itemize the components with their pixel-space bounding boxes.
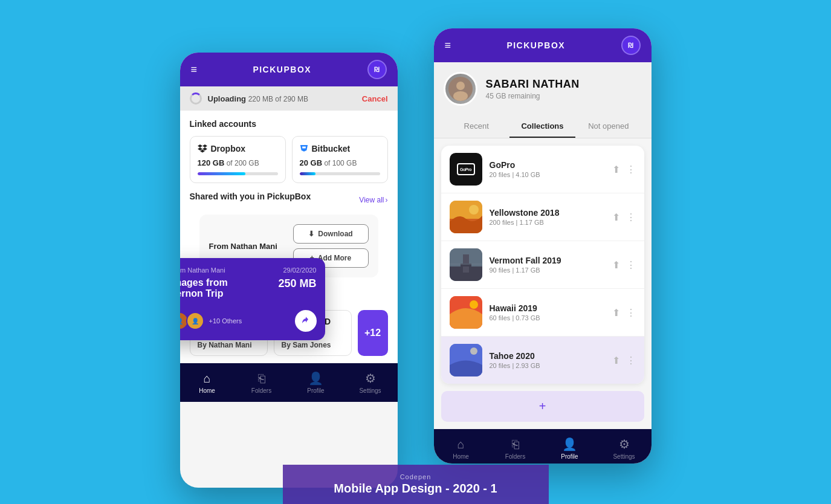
codepen-overlay: Codepen Mobile App Design - 2020 - 1 — [283, 465, 549, 504]
profile-storage: 45 GB remaining — [486, 92, 642, 100]
cannon-folder-owner: By Sam Jones — [282, 341, 344, 349]
right-app-title: PICKUPBOX — [506, 40, 565, 50]
right-profile-icon: 👤 — [562, 437, 577, 451]
shared-card-meta: From Nathan Mani 29/02/2020 — [180, 267, 317, 274]
right-phone: ≡ PICKUPBOX ₪ SABARI NATHAN 45 GB remain… — [434, 28, 652, 464]
yellowstone-meta: 200 files | 1.17 GB — [490, 219, 605, 226]
upload-bar: Uploading 220 MB of 290 MB Cancel — [180, 86, 398, 111]
vermont-actions: ⬆ ⋮ — [612, 259, 636, 271]
bitbucket-progress-bar — [300, 172, 380, 175]
dropbox-progress-bar — [198, 172, 278, 175]
bitbucket-account-card[interactable]: Bitbucket 20 GB of 100 GB — [292, 136, 388, 183]
hawaii-meta: 60 files | 0.73 GB — [490, 314, 605, 321]
gopro-collection-meta: 20 files | 4.10 GB — [490, 171, 605, 178]
hawaii-image — [450, 296, 482, 329]
left-header-avatar[interactable]: ₪ — [367, 60, 387, 79]
shared-date: 29/02/2020 — [283, 267, 316, 274]
vermont-image — [450, 248, 482, 281]
profile-icon: 👤 — [308, 371, 323, 386]
dropbox-name: Dropbox — [198, 144, 278, 153]
more-icon-yellowstone[interactable]: ⋮ — [626, 212, 636, 223]
tab-recent[interactable]: Recent — [444, 115, 509, 138]
hawaii-thumb — [450, 296, 482, 329]
nav-profile[interactable]: 👤 Profile — [289, 363, 343, 402]
vermont-thumb — [450, 248, 482, 281]
hamburger-icon[interactable]: ≡ — [191, 63, 198, 76]
svg-point-5 — [469, 205, 479, 215]
tab-collections[interactable]: Collections — [509, 115, 575, 138]
bitbucket-storage: 20 GB of 100 GB — [300, 158, 380, 167]
share-icon-hawaii[interactable]: ⬆ — [612, 307, 620, 318]
more-icon-gopro[interactable]: ⋮ — [626, 164, 636, 175]
nav-folders[interactable]: ⎗ Folders — [234, 363, 289, 402]
dropbox-logo-icon — [198, 144, 207, 153]
svg-point-1 — [456, 82, 465, 90]
profile-avatar — [444, 72, 477, 106]
codepen-label: Codepen — [319, 473, 513, 480]
others-label: +10 Others — [209, 317, 242, 325]
collection-item-tahoe: Tahoe 2020 20 files | 2.93 GB ⬆ ⋮ — [441, 337, 644, 384]
shared-section-header: Shared with you in PickupBox View all › — [190, 192, 388, 208]
right-nav-settings[interactable]: ⚙ Settings — [597, 429, 652, 464]
svg-rect-14 — [450, 344, 482, 376]
nav-home[interactable]: ⌂ Home — [180, 363, 234, 402]
profile-section: SABARI NATHAN 45 GB remaining — [434, 62, 652, 115]
right-nav-home[interactable]: ⌂ Home — [434, 429, 488, 464]
right-home-icon: ⌂ — [457, 438, 464, 451]
dropbox-storage: 120 GB of 200 GB — [198, 158, 278, 167]
linked-accounts-title: Linked accounts — [190, 119, 388, 129]
hawaii-actions: ⬆ ⋮ — [612, 307, 636, 318]
svg-point-15 — [470, 347, 477, 355]
add-collection-button[interactable]: + — [441, 391, 644, 422]
yellowstone-thumb — [450, 201, 482, 233]
right-hamburger-icon[interactable]: ≡ — [445, 39, 451, 52]
yellowstone-actions: ⬆ ⋮ — [612, 212, 636, 223]
collection-item-gopro: GoPro GoPro 20 files | 4.10 GB ⬆ ⋮ — [441, 146, 644, 193]
avatar-2: 👤 — [186, 312, 204, 330]
forward-icon — [301, 316, 311, 326]
more-icon-hawaii[interactable]: ⋮ — [626, 307, 636, 318]
share-icon-tahoe[interactable]: ⬆ — [612, 355, 620, 366]
bitbucket-logo-icon — [300, 144, 308, 153]
share-icon-gopro[interactable]: ⬆ — [612, 164, 620, 175]
tahoe-actions: ⬆ ⋮ — [612, 355, 636, 366]
right-nav-folders[interactable]: ⎗ Folders — [488, 429, 543, 464]
folders-icon: ⎗ — [258, 372, 265, 386]
shared-card-overlay: From Nathan Mani 29/02/2020 Images fromV… — [180, 258, 325, 340]
more-folders-button[interactable]: +12 — [358, 310, 388, 356]
shared-from: From Nathan Mani — [180, 267, 225, 274]
download-button[interactable]: ⬇ Download — [293, 224, 369, 244]
right-bottom-nav: ⌂ Home ⎗ Folders 👤 Profile ⚙ Settings — [434, 429, 652, 464]
share-icon-yellowstone[interactable]: ⬆ — [612, 212, 620, 223]
gopro-info: GoPro 20 files | 4.10 GB — [490, 160, 605, 178]
tahoe-name: Tahoe 2020 — [490, 351, 605, 361]
cancel-upload-button[interactable]: Cancel — [362, 94, 388, 103]
shared-info: From Nathan Mani — [209, 242, 285, 251]
view-all-button[interactable]: View all › — [359, 196, 387, 204]
right-header-avatar[interactable]: ₪ — [621, 36, 641, 55]
left-app-title: PICKUPBOX — [253, 65, 311, 74]
more-icon-vermont[interactable]: ⋮ — [626, 259, 636, 271]
profile-info: SABARI NATHAN 45 GB remaining — [486, 78, 642, 100]
right-folders-icon: ⎗ — [512, 438, 519, 451]
svg-point-12 — [470, 300, 478, 309]
add-plus-icon: + — [539, 399, 546, 413]
home-icon: ⌂ — [203, 372, 210, 386]
shared-title: Shared with you in PickupBox — [190, 192, 311, 201]
tabs-bar: Recent Collections Not opened — [434, 115, 652, 138]
dropbox-progress-fill — [198, 172, 246, 175]
vermont-meta: 90 files | 1.17 GB — [490, 267, 605, 274]
tab-not-opened[interactable]: Not opened — [575, 115, 641, 138]
tahoe-thumb — [450, 344, 482, 376]
shared-card-size: 250 MB — [278, 277, 316, 290]
shared-card-footer: 👤 👤 +10 Others — [180, 310, 317, 332]
more-icon-tahoe[interactable]: ⋮ — [626, 355, 636, 366]
collection-item-yellowstone: Yellowstone 2018 200 files | 1.17 GB ⬆ ⋮ — [441, 193, 644, 241]
dropbox-account-card[interactable]: Dropbox 120 GB of 200 GB — [190, 136, 286, 183]
shared-card-title: Images fromVernon Trip — [180, 277, 228, 299]
share-icon-vermont[interactable]: ⬆ — [612, 259, 620, 271]
right-nav-profile[interactable]: 👤 Profile — [543, 429, 597, 464]
nav-settings[interactable]: ⚙ Settings — [343, 363, 398, 402]
codepen-title: Mobile App Design - 2020 - 1 — [319, 482, 513, 496]
share-forward-button[interactable] — [295, 310, 317, 332]
